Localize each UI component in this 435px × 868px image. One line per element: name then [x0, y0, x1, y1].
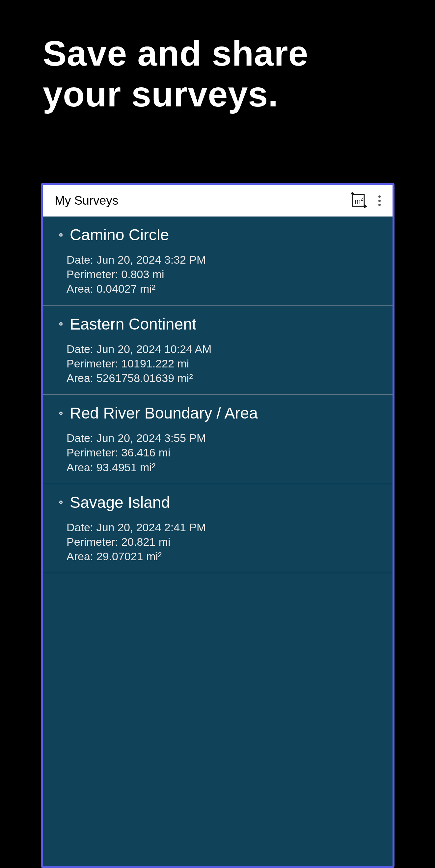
survey-perimeter: Perimeter: 0.803 mi: [67, 267, 376, 281]
survey-title-row: Savage Island: [59, 493, 376, 512]
survey-date: Date: Jun 20, 2024 10:24 AM: [67, 342, 376, 356]
survey-date: Date: Jun 20, 2024 2:41 PM: [67, 520, 376, 534]
survey-list-item[interactable]: Red River Boundary / Area Date: Jun 20, …: [43, 395, 393, 484]
survey-title-row: Red River Boundary / Area: [59, 404, 376, 422]
survey-details: Date: Jun 20, 2024 10:24 AM Perimeter: 1…: [59, 342, 376, 385]
bullet-icon: [59, 411, 63, 415]
survey-perimeter: Perimeter: 20.821 mi: [67, 534, 376, 549]
survey-details: Date: Jun 20, 2024 3:55 PM Perimeter: 36…: [59, 431, 376, 474]
survey-name: Camino Circle: [70, 226, 169, 244]
survey-name: Red River Boundary / Area: [70, 404, 258, 422]
survey-title-row: Eastern Continent: [59, 315, 376, 333]
page-title: Save and share your surveys.: [0, 0, 435, 115]
survey-title-row: Camino Circle: [59, 226, 376, 244]
survey-date: Date: Jun 20, 2024 3:55 PM: [67, 431, 376, 445]
survey-area: Area: 29.07021 mi²: [67, 549, 376, 563]
survey-name: Eastern Continent: [70, 315, 196, 333]
svg-text:m: m: [355, 197, 361, 205]
app-header: My Surveys m 2: [43, 185, 393, 217]
app-header-title: My Surveys: [55, 194, 342, 208]
svg-text:2: 2: [361, 197, 363, 202]
survey-date: Date: Jun 20, 2024 3:32 PM: [67, 252, 376, 267]
survey-perimeter: Perimeter: 10191.222 mi: [67, 356, 376, 371]
survey-area: Area: 0.04027 mi²: [67, 281, 376, 296]
survey-list: Camino Circle Date: Jun 20, 2024 3:32 PM…: [43, 217, 393, 866]
survey-details: Date: Jun 20, 2024 2:41 PM Perimeter: 20…: [59, 520, 376, 564]
survey-area: Area: 93.4951 mi²: [67, 460, 376, 474]
unit-toggle-icon[interactable]: m 2: [349, 192, 367, 210]
overflow-menu-icon[interactable]: [378, 195, 381, 207]
survey-perimeter: Perimeter: 36.416 mi: [67, 445, 376, 460]
header-icons: m 2: [349, 192, 381, 210]
survey-name: Savage Island: [70, 493, 170, 512]
bullet-icon: [59, 233, 63, 237]
bullet-icon: [59, 322, 63, 326]
bullet-icon: [59, 501, 63, 504]
survey-details: Date: Jun 20, 2024 3:32 PM Perimeter: 0.…: [59, 252, 376, 296]
survey-list-item[interactable]: Camino Circle Date: Jun 20, 2024 3:32 PM…: [43, 217, 393, 306]
device-frame: My Surveys m 2 Camino: [41, 183, 395, 868]
survey-list-item[interactable]: Eastern Continent Date: Jun 20, 2024 10:…: [43, 306, 393, 395]
survey-list-item[interactable]: Savage Island Date: Jun 20, 2024 2:41 PM…: [43, 484, 393, 574]
survey-area: Area: 5261758.01639 mi²: [67, 371, 376, 385]
